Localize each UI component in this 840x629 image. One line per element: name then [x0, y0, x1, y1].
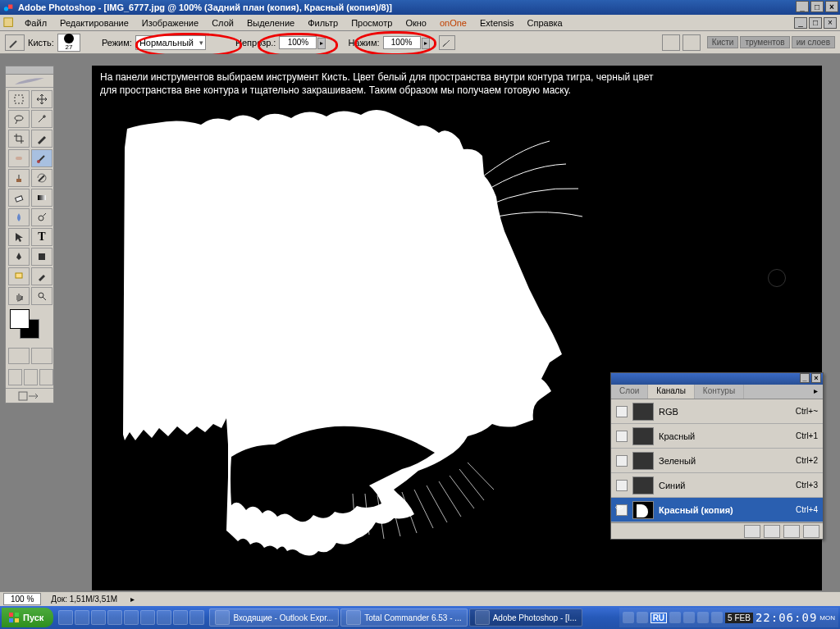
standard-mode-button[interactable] [8, 348, 30, 364]
tray-icon[interactable] [623, 612, 634, 623]
visibility-toggle[interactable] [616, 480, 628, 491]
tab-paths[interactable]: Контуры [695, 385, 744, 399]
menu-edit[interactable]: Редактирование [53, 16, 135, 30]
airbrush-toggle[interactable] [439, 35, 455, 50]
dodge-tool[interactable] [31, 208, 52, 226]
screenmode-standard[interactable] [8, 369, 22, 385]
quicklaunch-item[interactable] [124, 610, 139, 625]
panel-close-button[interactable]: × [811, 373, 821, 383]
save-selection-button[interactable] [764, 525, 780, 538]
color-swatches[interactable] [7, 309, 52, 344]
screenmode-full[interactable] [39, 369, 53, 385]
visibility-toggle[interactable] [616, 455, 628, 467]
pen-tool[interactable] [8, 248, 30, 266]
screenmode-full-menubar[interactable] [24, 369, 38, 385]
opacity-input[interactable]: 100%▸ [279, 36, 317, 49]
clone-stamp-tool[interactable] [8, 169, 30, 187]
panel-minimize-button[interactable]: _ [800, 373, 810, 383]
quicklaunch-item[interactable] [140, 610, 155, 625]
tool-preset-icon[interactable] [5, 34, 25, 51]
quicklaunch-item[interactable] [58, 610, 73, 625]
well-tab-tool-presets[interactable]: трументов [740, 36, 789, 48]
gradient-tool[interactable] [31, 189, 52, 207]
tab-layers[interactable]: Слои [611, 385, 648, 399]
blur-tool[interactable] [8, 208, 30, 226]
menu-extensis[interactable]: Extensis [473, 16, 521, 30]
quicklaunch-item[interactable] [75, 610, 89, 625]
zoom-level[interactable]: 100 % [3, 593, 41, 605]
doc-minimize-button[interactable]: _ [794, 17, 807, 29]
quicklaunch-item[interactable] [91, 610, 106, 625]
menu-onone[interactable]: onOne [433, 16, 473, 30]
shape-tool[interactable] [31, 248, 52, 266]
menu-layer[interactable]: Слой [205, 16, 240, 30]
slice-tool[interactable] [31, 130, 52, 148]
visibility-toggle[interactable] [616, 431, 628, 442]
taskbar-task-totalcmd[interactable]: Total Commander 6.53 - ... [340, 608, 467, 627]
channel-row-red-copy[interactable]: Красный (копия) Ctrl+4 [611, 498, 823, 522]
channel-row-blue[interactable]: Синий Ctrl+3 [611, 473, 823, 498]
well-tab-brushes[interactable]: Кисти [707, 36, 739, 48]
eraser-tool[interactable] [8, 189, 30, 207]
crop-tool[interactable] [8, 130, 30, 148]
menu-image[interactable]: Изображение [135, 16, 205, 30]
quickmask-button[interactable] [31, 348, 52, 364]
path-select-tool[interactable] [8, 228, 30, 246]
well-tab-layer-comps[interactable]: ии слоев [792, 36, 835, 48]
doc-restore-button[interactable]: □ [809, 17, 822, 29]
foreground-color[interactable] [10, 309, 30, 329]
tray-icon[interactable] [637, 612, 648, 623]
maximize-button[interactable]: □ [810, 1, 824, 12]
healing-tool[interactable] [8, 149, 30, 167]
palette-grip[interactable] [6, 66, 53, 75]
doc-info-flyout-icon[interactable]: ▸ [130, 595, 135, 604]
taskbar-task-outlook[interactable]: Входящие - Outlook Expr... [209, 608, 339, 627]
move-tool[interactable] [31, 90, 52, 108]
doc-close-button[interactable]: × [824, 17, 837, 29]
toggle-palettes-button[interactable] [682, 34, 701, 51]
menu-help[interactable]: Справка [521, 16, 569, 30]
taskbar-task-photoshop[interactable]: Adobe Photoshop - [I... [469, 608, 582, 627]
quicklaunch-item[interactable] [189, 610, 204, 625]
lasso-tool[interactable] [8, 110, 30, 128]
delete-channel-button[interactable] [803, 525, 819, 538]
language-indicator[interactable]: RU [651, 613, 667, 623]
imageready-button[interactable] [6, 388, 53, 403]
quicklaunch-item[interactable] [157, 610, 171, 625]
menu-filter[interactable]: Фильтр [301, 16, 345, 30]
panel-menu-icon[interactable]: ▸ [809, 385, 823, 399]
tray-icon[interactable] [711, 612, 723, 623]
quicklaunch-item[interactable] [107, 610, 122, 625]
tab-channels[interactable]: Каналы [648, 385, 695, 399]
tray-icon[interactable] [683, 612, 695, 623]
menu-view[interactable]: Просмотр [345, 16, 399, 30]
blend-mode-select[interactable]: Нормальный [135, 35, 206, 50]
visibility-toggle[interactable] [616, 504, 628, 516]
hand-tool[interactable] [8, 287, 30, 305]
notes-tool[interactable] [8, 267, 30, 285]
magic-wand-tool[interactable] [31, 110, 52, 128]
menu-window[interactable]: Окно [399, 16, 433, 30]
visibility-toggle[interactable] [616, 406, 628, 417]
history-brush-tool[interactable] [31, 169, 52, 187]
flow-input[interactable]: 100%▸ [383, 36, 421, 49]
new-channel-button[interactable] [783, 525, 800, 538]
palette-button-1[interactable] [662, 34, 680, 51]
opacity-flyout-icon[interactable]: ▸ [317, 38, 326, 49]
quicklaunch-item[interactable] [173, 610, 188, 625]
type-tool[interactable]: T [31, 228, 52, 246]
eyedropper-tool[interactable] [31, 267, 52, 285]
flow-flyout-icon[interactable]: ▸ [422, 38, 430, 49]
tray-icon[interactable] [669, 612, 681, 623]
channel-row-red[interactable]: Красный Ctrl+1 [611, 424, 823, 449]
tray-icon[interactable] [697, 612, 709, 623]
menu-select[interactable]: Выделение [240, 16, 301, 30]
brush-picker[interactable]: 27 [57, 34, 80, 52]
start-button[interactable]: Пуск [2, 608, 53, 627]
minimize-button[interactable]: _ [796, 1, 809, 12]
close-button[interactable]: × [825, 1, 838, 12]
marquee-tool[interactable] [8, 90, 30, 108]
zoom-tool[interactable] [31, 287, 52, 305]
brush-tool[interactable] [31, 149, 52, 167]
channel-row-rgb[interactable]: RGB Ctrl+~ [611, 399, 823, 424]
